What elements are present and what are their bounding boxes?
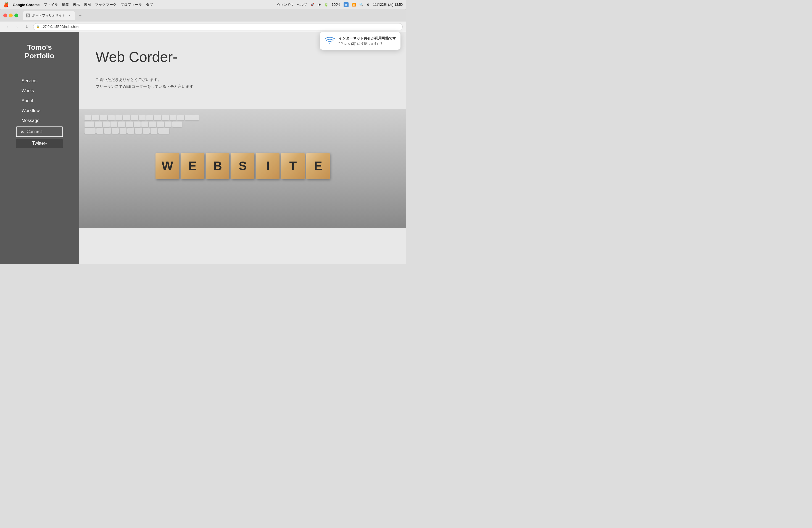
tab-close-button[interactable]: ✕	[68, 13, 72, 18]
contact-label: Contact-	[27, 129, 43, 134]
block-w: W	[156, 153, 179, 179]
url-text: 127.0.0.1:5500/index.html	[41, 25, 79, 29]
rocket-icon: 🚀	[310, 3, 314, 6]
wifi-icon: 📶	[352, 3, 356, 6]
sidebar-item-contact[interactable]: ✉ Contact-	[16, 127, 63, 137]
menu-history[interactable]: 履歴	[84, 2, 91, 7]
notification-subtitle: "iPhone (2)" に接続しますか?	[338, 41, 396, 46]
datetime: 11月22日 (水) 13:50	[373, 2, 403, 7]
hero-desc-line1: ご覧いただきありがとうございます。	[96, 77, 161, 82]
website-image-area: W E B S I T E	[79, 109, 406, 228]
hero-title: Web Corder-	[96, 48, 389, 65]
menubar: 🍎 Google Chrome ファイル 編集 表示 履歴 ブックマーク プロフ…	[0, 0, 406, 10]
new-tab-button[interactable]: +	[76, 12, 84, 19]
menu-window[interactable]: ウィンドウ	[277, 2, 294, 7]
sidebar-logo: Tomo's Portfolio	[25, 43, 54, 60]
maximize-button[interactable]	[14, 14, 18, 17]
sidebar-item-about[interactable]: About-	[16, 97, 63, 105]
menu-edit[interactable]: 編集	[62, 2, 69, 7]
active-tab[interactable]: ポートフォリオサイト ✕	[23, 11, 75, 20]
search-icon[interactable]: 🔍	[359, 3, 363, 6]
lock-icon: 🔒	[36, 25, 40, 28]
back-button[interactable]: ‹	[3, 23, 11, 31]
battery-level: 100%	[332, 3, 340, 6]
envelope-icon: ✉	[21, 130, 24, 134]
block-e2: E	[306, 153, 330, 179]
sidebar-item-works[interactable]: Works-	[16, 87, 63, 95]
block-b: B	[206, 153, 229, 179]
menu-tab[interactable]: タブ	[146, 2, 153, 7]
translate-icon: A	[344, 2, 349, 7]
website-blocks-container: W E B S I T E	[79, 109, 406, 228]
main-content: Web Corder- ご覧いただきありがとうございます。 フリーランスでWEB…	[79, 32, 406, 264]
controlcenter-icon[interactable]: ⚙	[367, 3, 370, 6]
apple-menu[interactable]: 🍎	[3, 2, 9, 8]
tab-bar: ポートフォリオサイト ✕ +	[23, 10, 84, 21]
sidebar-nav: Service- Works- About- Workflow- Message…	[0, 77, 79, 148]
block-i: I	[256, 153, 279, 179]
menu-profile[interactable]: プロフィール	[120, 2, 142, 7]
menu-help[interactable]: ヘルプ	[297, 2, 307, 7]
menu-view[interactable]: 表示	[73, 2, 80, 7]
svg-point-0	[27, 14, 29, 17]
notification-title: インターネット共有が利用可能です	[338, 36, 396, 41]
sidebar-item-service[interactable]: Service-	[16, 77, 63, 85]
hero-desc-line2: フリーランスでWEBコーダーをしているトモと言います	[96, 84, 193, 89]
traffic-lights	[3, 14, 18, 17]
forward-button[interactable]: ›	[13, 23, 21, 31]
block-e: E	[180, 153, 204, 179]
tab-favicon	[26, 14, 30, 17]
close-button[interactable]	[3, 14, 7, 17]
minimize-button[interactable]	[9, 14, 13, 17]
battery-icon: 🔋	[324, 3, 329, 6]
screentime-icon: 👁	[318, 3, 321, 6]
menubar-right: ウィンドウ ヘルプ 🚀 👁 🔋 100% A 📶 🔍 ⚙ 11月22日 (水) …	[277, 0, 403, 10]
wifi-notification-icon	[324, 35, 335, 46]
address-bar: ‹ › ↻ 🔒 127.0.0.1:5500/index.html	[0, 21, 406, 32]
notification-popup: インターネット共有が利用可能です "iPhone (2)" に接続しますか?	[320, 32, 401, 50]
tab-title: ポートフォリオサイト	[32, 13, 65, 18]
block-s: S	[231, 153, 255, 179]
sidebar: Tomo's Portfolio Service- Works- About- …	[0, 32, 79, 264]
hero-description: ご覧いただきありがとうございます。 フリーランスでWEBコーダーをしているトモと…	[96, 76, 389, 90]
chrome-window: ポートフォリオサイト ✕ + ‹ › ↻ 🔒 127.0.0.1:5500/in…	[0, 10, 406, 264]
browser-content: Tomo's Portfolio Service- Works- About- …	[0, 32, 406, 264]
reload-button[interactable]: ↻	[23, 23, 31, 31]
sidebar-item-message[interactable]: Message-	[16, 117, 63, 125]
sidebar-item-workflow[interactable]: Workflow-	[16, 107, 63, 115]
title-bar: ポートフォリオサイト ✕ +	[0, 10, 406, 21]
wooden-blocks: W E B S I T E	[156, 153, 330, 179]
app-name[interactable]: Google Chrome	[13, 3, 40, 7]
menu-file[interactable]: ファイル	[44, 2, 58, 7]
notification-text: インターネット共有が利用可能です "iPhone (2)" に接続しますか?	[338, 36, 396, 46]
url-bar[interactable]: 🔒 127.0.0.1:5500/index.html	[33, 23, 403, 30]
sidebar-item-twitter[interactable]: Twitter-	[16, 138, 63, 148]
menu-bookmarks[interactable]: ブックマーク	[95, 2, 117, 7]
block-t: T	[281, 153, 305, 179]
